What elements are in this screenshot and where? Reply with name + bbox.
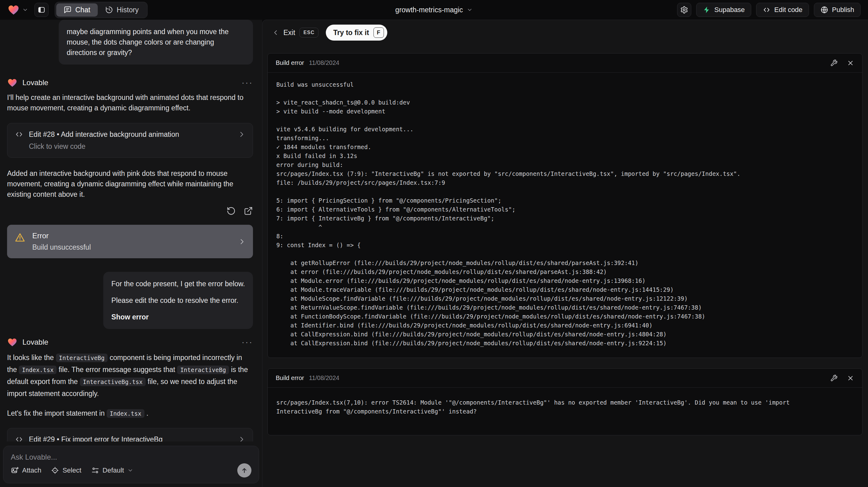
select-label: Select (62, 466, 81, 475)
lovable-logo-menu[interactable] (7, 4, 28, 16)
sidebar-toggle-button[interactable] (34, 3, 49, 17)
tab-chat[interactable]: Chat (56, 3, 98, 17)
inline-code: InteractiveBg (177, 366, 229, 374)
user-message-text: For the code present, I get the error be… (111, 278, 245, 289)
build-error-log: Build was unsuccessful > vite_react_shad… (268, 72, 862, 358)
chevron-right-icon (238, 436, 245, 442)
message-actions (7, 206, 253, 215)
edit-card-title: Edit #29 • Fix import error for Interact… (29, 435, 163, 442)
attach-label: Attach (22, 466, 41, 475)
edit-card-subtitle: Click to view code (29, 142, 245, 151)
chevron-right-icon (238, 238, 246, 245)
preview-stage: Exit ESC Try to fix it F Build error 11/… (262, 20, 868, 487)
warning-triangle-icon (14, 232, 26, 243)
sliders-icon (91, 466, 99, 475)
chat-bubble-icon (64, 6, 72, 14)
chevron-left-icon (272, 29, 279, 36)
chevron-down-icon (22, 7, 28, 13)
send-button[interactable] (237, 463, 251, 478)
history-icon (105, 6, 113, 14)
assistant-name: Lovable (23, 79, 48, 87)
more-options-button[interactable]: ··· (242, 79, 253, 87)
build-error-date: 11/08/2024 (309, 374, 339, 382)
chat-history-switch: Chat History (55, 2, 148, 18)
wrench-icon[interactable] (830, 374, 838, 382)
build-error-title: Build error (276, 374, 304, 382)
code-icon (15, 130, 23, 139)
build-error-title: Build error (276, 59, 304, 66)
edit-card-29[interactable]: Edit #29 • Fix import error for Interact… (7, 428, 253, 442)
target-icon (51, 466, 59, 475)
build-error-panel-2: Build error 11/08/2024 src/pages/Index.t… (268, 368, 863, 435)
globe-icon (820, 6, 828, 14)
code-icon (763, 6, 771, 14)
edit-card-28[interactable]: Edit #28 • Add interactive background an… (7, 123, 253, 158)
assistant-header: Lovable ··· (7, 337, 253, 347)
edit-code-label: Edit code (774, 6, 803, 14)
gear-icon (680, 6, 688, 14)
user-message: maybe diagramming points and when you mo… (59, 20, 253, 65)
supabase-bolt-icon (703, 6, 711, 14)
mode-label: Default (103, 466, 124, 475)
publish-button[interactable]: Publish (814, 3, 861, 17)
try-to-fix-label: Try to fix it (333, 29, 369, 37)
select-button[interactable]: Select (51, 466, 81, 475)
composer: Attach Select Default (3, 446, 259, 483)
esc-key-badge: ESC (299, 28, 318, 37)
open-external-icon[interactable] (244, 206, 253, 215)
user-message-text: Please edit the code to resolve the erro… (111, 295, 245, 306)
assistant-text: Added an interactive background with pin… (7, 168, 253, 200)
error-card[interactable]: Error Build unsuccessful (7, 225, 253, 258)
inline-code: InteractiveBg.tsx (80, 377, 146, 386)
close-icon[interactable] (847, 374, 854, 382)
error-overlay-bar: Exit ESC Try to fix it F (268, 25, 863, 40)
close-icon[interactable] (847, 59, 854, 67)
topbar: Chat History growth-metrics-magic Supa (0, 0, 868, 20)
panel-left-icon (37, 6, 45, 14)
supabase-label: Supabase (714, 6, 745, 14)
user-message-text: maybe diagramming points and when you mo… (67, 26, 245, 58)
more-options-button[interactable]: ··· (242, 338, 253, 346)
arrow-up-icon (241, 467, 248, 474)
code-icon (15, 435, 23, 442)
chevron-right-icon (238, 131, 245, 138)
tab-history[interactable]: History (98, 3, 146, 17)
build-error-log: src/pages/Index.tsx(7,10): error TS2614:… (268, 388, 862, 435)
assistant-header: Lovable ··· (7, 78, 253, 88)
show-error-link[interactable]: Show error (111, 312, 245, 322)
inline-code: Index.tsx (19, 366, 57, 374)
assistant-name: Lovable (23, 338, 48, 346)
project-name: growth-metrics-magic (395, 6, 463, 14)
chat-input[interactable] (11, 453, 251, 463)
project-name-menu[interactable]: growth-metrics-magic (395, 6, 473, 14)
image-plus-icon (11, 466, 19, 475)
assistant-text: Let's fix the import statement in Index.… (7, 407, 253, 419)
attach-button[interactable]: Attach (11, 466, 41, 475)
assistant-text: I'll help create an interactive backgrou… (7, 92, 253, 113)
try-to-fix-button[interactable]: Try to fix it F (326, 25, 387, 40)
assistant-text: It looks like the InteractiveBg componen… (7, 352, 253, 399)
retry-icon[interactable] (226, 206, 236, 215)
f-key-badge: F (373, 27, 384, 38)
lovable-heart-icon (7, 337, 18, 347)
inline-code: Index.tsx (107, 409, 145, 418)
chat-sidebar: maybe diagramming points and when you mo… (0, 20, 262, 487)
chevron-down-icon (467, 7, 473, 13)
exit-button[interactable]: Exit ESC (272, 28, 318, 37)
lovable-heart-icon (7, 78, 18, 88)
wrench-icon[interactable] (830, 59, 838, 67)
error-card-title: Error (32, 232, 91, 240)
chat-messages: maybe diagramming points and when you mo… (0, 20, 262, 442)
inline-code: InteractiveBg (56, 354, 108, 362)
build-error-panel-1: Build error 11/08/2024 Build was unsucce… (268, 53, 863, 358)
tab-chat-label: Chat (75, 6, 90, 14)
settings-button[interactable] (677, 3, 691, 17)
lovable-heart-icon (7, 4, 20, 16)
mode-dropdown[interactable]: Default (91, 466, 134, 475)
error-card-subtitle: Build unsuccessful (32, 243, 91, 251)
edit-card-title: Edit #28 • Add interactive background an… (29, 130, 179, 139)
chevron-down-icon (127, 467, 133, 474)
supabase-button[interactable]: Supabase (696, 3, 751, 17)
exit-label: Exit (283, 29, 295, 37)
edit-code-button[interactable]: Edit code (756, 3, 809, 17)
